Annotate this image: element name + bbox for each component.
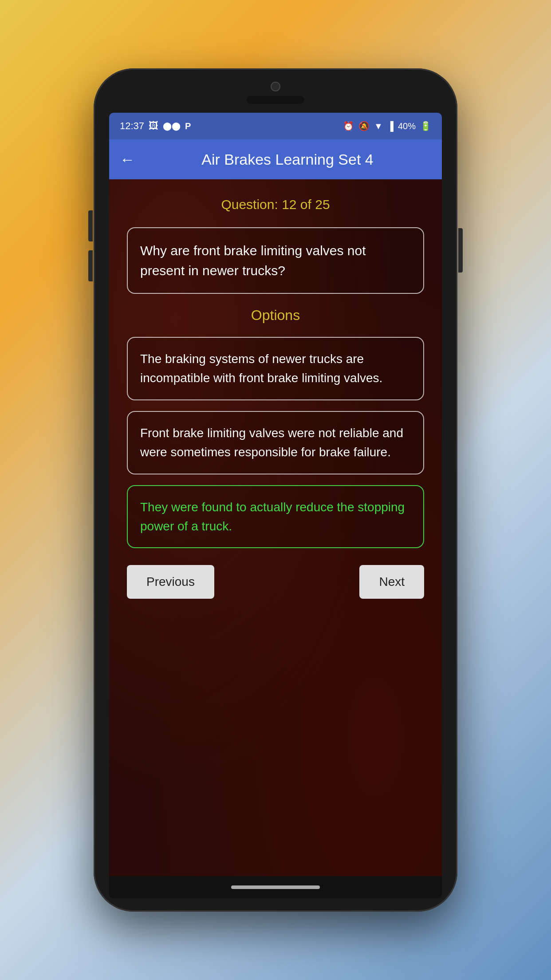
option-3[interactable]: They were found to actually reduce the s… <box>127 485 424 549</box>
wifi-icon: ▼ <box>374 121 383 131</box>
signal-icon: ▐ <box>387 121 394 131</box>
previous-button[interactable]: Previous <box>127 565 214 599</box>
status-right: ⏰ 🔕 ▼ ▐ 40% 🔋 <box>343 121 431 131</box>
question-text: Why are front brake limiting valves not … <box>140 243 366 278</box>
battery-percent: 40% <box>398 121 416 131</box>
question-box: Why are front brake limiting valves not … <box>127 227 424 294</box>
options-label: Options <box>127 304 424 326</box>
option-1-text: The braking systems of newer trucks are … <box>140 352 382 385</box>
photo-icon: 🖼 <box>149 120 158 132</box>
option-2-text: Front brake limiting valves were not rel… <box>140 426 403 459</box>
back-button[interactable]: ← <box>120 151 135 168</box>
power-button <box>458 228 463 273</box>
home-bar <box>109 876 442 898</box>
dots-icon: ⬤⬤ <box>163 121 181 131</box>
option-1[interactable]: The braking systems of newer trucks are … <box>127 337 424 400</box>
phone-device: 12:37 🖼 ⬤⬤ P ⏰ 🔕 ▼ ▐ 40% 🔋 ← Air Brakes … <box>94 68 457 912</box>
screen: 12:37 🖼 ⬤⬤ P ⏰ 🔕 ▼ ▐ 40% 🔋 ← Air Brakes … <box>109 113 442 898</box>
battery-icon: 🔋 <box>420 121 431 131</box>
app-title: Air Brakes Learning Set 4 <box>144 151 431 168</box>
home-indicator <box>231 885 320 889</box>
app-bar: ← Air Brakes Learning Set 4 <box>109 139 442 179</box>
vol-down-button <box>88 250 93 281</box>
vol-up-button <box>88 210 93 241</box>
status-bar: 12:37 🖼 ⬤⬤ P ⏰ 🔕 ▼ ▐ 40% 🔋 <box>109 113 442 139</box>
option-2[interactable]: Front brake limiting valves were not rel… <box>127 411 424 474</box>
option-3-text: They were found to actually reduce the s… <box>140 500 405 533</box>
parking-icon: P <box>185 121 191 131</box>
mute-icon: 🔕 <box>358 121 370 131</box>
speaker <box>247 96 304 104</box>
camera <box>271 82 280 91</box>
question-counter: Question: 12 of 25 <box>127 193 424 217</box>
status-time: 12:37 <box>120 120 144 132</box>
main-content: Question: 12 of 25 Why are front brake l… <box>109 179 442 876</box>
next-button[interactable]: Next <box>359 565 424 599</box>
nav-buttons: Previous Next <box>127 561 424 603</box>
alarm-icon: ⏰ <box>343 121 354 131</box>
status-left: 12:37 🖼 ⬤⬤ P <box>120 120 191 132</box>
